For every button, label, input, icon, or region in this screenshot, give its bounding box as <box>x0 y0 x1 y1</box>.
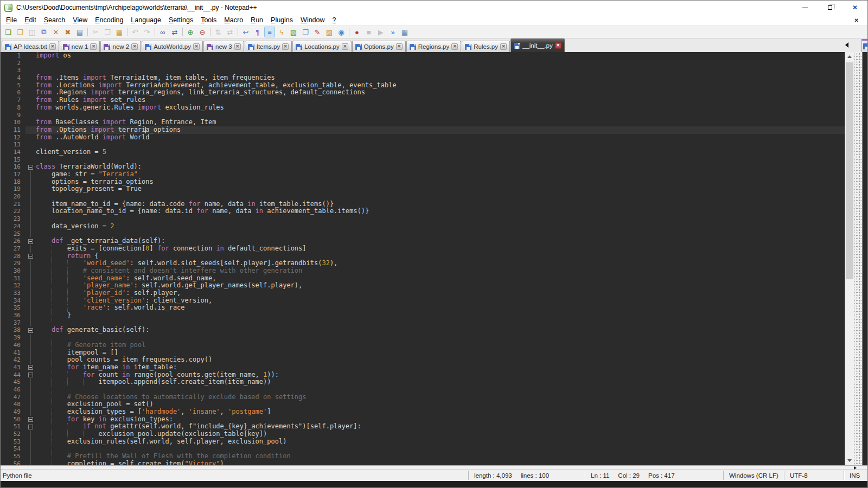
code-text[interactable]: exclusion_pool.update(exclusion_table[ke… <box>35 431 845 438</box>
show-indent-guide-button[interactable]: ≡ <box>264 27 275 37</box>
code-line[interactable]: 22 location_name_to_id = {name: data.id … <box>1 208 845 215</box>
tab-close-icon[interactable]: ✕ <box>49 43 56 50</box>
menu-search[interactable]: Search <box>40 15 69 25</box>
code-text[interactable]: import os <box>35 52 845 60</box>
scroll-down-button[interactable] <box>845 456 854 465</box>
code-line[interactable]: 47 # Choose locations to automatically e… <box>1 394 845 401</box>
code-text[interactable]: 'race': self.world.is_race <box>35 304 845 312</box>
code-line[interactable]: 18 options = terraria_options <box>1 178 845 186</box>
tab-close-icon[interactable]: ✕ <box>90 43 97 50</box>
code-line[interactable]: 49 exclusion_types = ['hardmode', 'insan… <box>1 408 845 416</box>
code-line[interactable]: 56 completion = self.create_item("Victor… <box>1 460 845 465</box>
tab-close-icon[interactable]: ✕ <box>234 43 241 50</box>
tab-options-py[interactable]: Options.py✕ <box>352 41 406 52</box>
menu-window[interactable]: Window <box>297 15 328 25</box>
editor-area[interactable]: 1import os234from .Items import Terraria… <box>1 52 867 465</box>
code-text[interactable] <box>35 112 845 119</box>
menu-?[interactable]: ? <box>329 15 340 25</box>
code-text[interactable] <box>35 60 845 67</box>
macro-save-button[interactable]: ▦ <box>399 27 410 37</box>
code-text[interactable]: from .Options import terraria_options <box>35 126 845 134</box>
close-file-button[interactable]: ✕ <box>50 27 61 37</box>
menu-settings[interactable]: Settings <box>165 15 197 25</box>
vertical-scrollbar[interactable] <box>845 52 854 465</box>
code-line[interactable]: 21 item_name_to_id = {name: data.code fo… <box>1 201 845 208</box>
code-line[interactable]: 9 <box>1 112 845 119</box>
tab-close-icon[interactable]: ✕ <box>282 43 289 50</box>
code-text[interactable]: from worlds.generic.Rules import exclusi… <box>35 104 845 112</box>
close-all-button[interactable]: ✖ <box>62 27 73 37</box>
code-text[interactable]: from ..AutoWorld import World <box>35 134 845 142</box>
code-text[interactable]: location_name_to_id = {name: data.id for… <box>35 208 845 215</box>
code-text[interactable] <box>35 215 845 223</box>
restore-button[interactable] <box>818 1 843 15</box>
tab-new-1[interactable]: new 1✕ <box>60 41 100 52</box>
code-line[interactable]: 32 'player_name': self.world.get_player_… <box>1 282 845 290</box>
code-text[interactable]: # consistent and doesn't interfere with … <box>35 267 845 275</box>
code-text[interactable]: exclusion_pool = set() <box>35 401 845 408</box>
hscroll-right-icon[interactable] <box>854 466 857 470</box>
code-text[interactable]: exclusion_types = ['hardmode', 'insane',… <box>35 408 845 416</box>
print-button[interactable]: ▤ <box>74 27 85 37</box>
fold-margin[interactable] <box>25 326 35 334</box>
fold-collapse-icon[interactable] <box>28 417 33 422</box>
code-text[interactable]: # Choose locations to automatically excl… <box>35 394 845 401</box>
code-line[interactable]: 2 <box>1 60 845 67</box>
code-line[interactable]: 53 exclusion_rules(self.world, self.play… <box>1 438 845 446</box>
document-list-button[interactable]: ❐ <box>300 27 311 37</box>
code-line[interactable]: 44 for count in range(pool_counts.get(it… <box>1 371 845 379</box>
code-text[interactable]: options = terraria_options <box>35 178 845 186</box>
code-line[interactable]: 51 if not getattr(self.world, f"include_… <box>1 423 845 431</box>
code-line[interactable]: 40 # Generate item pool <box>1 342 845 349</box>
code-line[interactable]: 25 <box>1 230 845 238</box>
code-text[interactable]: 'client_version': client_version, <box>35 297 845 305</box>
status-eol-format[interactable]: Windows (CR LF) <box>723 471 784 480</box>
tab-locations-py[interactable]: Locations.py✕ <box>292 41 352 52</box>
tab-ap-ideas-txt[interactable]: AP Ideas.txt✕ <box>2 41 59 52</box>
code-text[interactable]: return { <box>35 253 845 260</box>
scrollbar-track[interactable] <box>845 61 854 456</box>
code-text[interactable]: client_version = 5 <box>35 149 845 156</box>
tab-scroll-left-icon[interactable] <box>845 42 848 48</box>
code-text[interactable] <box>35 334 845 342</box>
word-wrap-button[interactable]: ↩ <box>240 27 251 37</box>
code-line[interactable]: 12from ..AutoWorld import World <box>1 134 845 142</box>
code-text[interactable]: for key in exclusion_types: <box>35 416 845 423</box>
code-line[interactable]: 55 # Prefill the Wall of Flesh with the … <box>1 453 845 460</box>
code-text[interactable]: 'world_seed': self.world.slot_seeds[self… <box>35 260 845 267</box>
scroll-up-button[interactable] <box>845 52 854 61</box>
replace-button[interactable]: ⇄ <box>169 27 180 37</box>
code-line[interactable]: 19 topology_present = True <box>1 185 845 193</box>
code-text[interactable]: topology_present = True <box>35 185 845 193</box>
code-line[interactable]: 37 <box>1 319 845 327</box>
tab-close-icon[interactable]: ✕ <box>500 43 507 50</box>
code-line[interactable]: 50 for key in exclusion_types: <box>1 416 845 423</box>
zoom-in-button[interactable]: ⊕ <box>185 27 196 37</box>
fold-collapse-icon[interactable] <box>28 254 33 259</box>
tab-close-icon[interactable]: ✕ <box>131 43 138 50</box>
fold-collapse-icon[interactable] <box>28 165 33 170</box>
code-line[interactable]: 28 return { <box>1 253 845 260</box>
document-map-button[interactable]: ▧ <box>288 27 299 37</box>
fold-margin[interactable] <box>25 237 35 245</box>
code-text[interactable]: def generate_basic(self): <box>35 326 845 334</box>
monitoring-button[interactable]: ◉ <box>336 27 347 37</box>
tab-close-icon[interactable]: ✕ <box>193 43 200 50</box>
code-text[interactable]: pool_counts = item_frequencies.copy() <box>35 356 845 364</box>
code-line[interactable]: 1import os <box>1 52 845 60</box>
code-text[interactable] <box>35 141 845 149</box>
code-line[interactable]: 27 exits = [connection[0] for connection… <box>1 245 845 253</box>
code-line[interactable]: 7from .Rules import set_rules <box>1 97 845 104</box>
code-text[interactable]: item_name_to_id = {name: data.code for n… <box>35 201 845 208</box>
tab-__init__-py[interactable]: __init__.py✕ <box>510 38 565 52</box>
code-text[interactable]: itempool = [] <box>35 349 845 357</box>
code-text[interactable] <box>35 156 845 164</box>
paste-button[interactable]: ▦ <box>114 27 125 37</box>
tab-autoworld-py[interactable]: AutoWorld.py✕ <box>142 41 203 52</box>
code-text[interactable]: from .Locations import TerrariaAchieveme… <box>35 82 845 89</box>
code-text[interactable]: from .Items import TerrariaItem, item_ta… <box>35 74 845 82</box>
code-line[interactable]: 8from worlds.generic.Rules import exclus… <box>1 104 845 112</box>
tab-close-icon[interactable]: ✕ <box>396 43 403 50</box>
code-line[interactable]: 15 <box>1 156 845 164</box>
function-list-button[interactable]: ϟ <box>276 27 287 37</box>
